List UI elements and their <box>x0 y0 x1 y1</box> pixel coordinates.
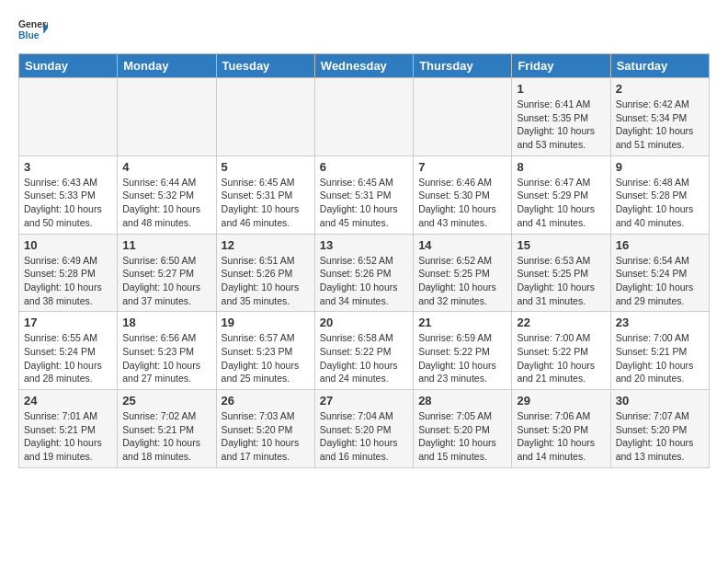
day-cell <box>314 78 413 156</box>
day-info: Sunrise: 6:57 AMSunset: 5:23 PMDaylight:… <box>222 331 310 385</box>
day-cell <box>118 78 216 156</box>
day-info: Sunrise: 6:41 AMSunset: 5:35 PMDaylight:… <box>517 98 605 152</box>
day-number: 3 <box>24 160 112 174</box>
day-cell: 24Sunrise: 7:01 AMSunset: 5:21 PMDayligh… <box>19 390 118 468</box>
day-info: Sunrise: 7:02 AMSunset: 5:21 PMDaylight:… <box>122 409 210 464</box>
day-info: Sunrise: 6:45 AMSunset: 5:31 PMDaylight:… <box>320 176 408 230</box>
day-number: 14 <box>418 238 506 252</box>
day-info: Sunrise: 6:59 AMSunset: 5:22 PMDaylight:… <box>418 331 506 385</box>
col-header-thursday: Thursday <box>414 54 512 78</box>
day-number: 21 <box>418 316 506 329</box>
day-info: Sunrise: 6:55 AMSunset: 5:24 PMDaylight:… <box>24 331 112 385</box>
day-number: 28 <box>418 394 506 408</box>
day-info: Sunrise: 7:07 AMSunset: 5:20 PMDaylight:… <box>616 409 704 464</box>
day-cell: 4Sunrise: 6:44 AMSunset: 5:32 PMDaylight… <box>118 155 216 234</box>
day-cell: 15Sunrise: 6:53 AMSunset: 5:25 PMDayligh… <box>512 234 610 312</box>
day-number: 12 <box>222 238 310 252</box>
day-info: Sunrise: 6:48 AMSunset: 5:28 PMDaylight:… <box>616 176 704 230</box>
day-number: 5 <box>222 160 310 174</box>
logo-icon: General Blue <box>18 15 48 44</box>
day-cell: 8Sunrise: 6:47 AMSunset: 5:29 PMDaylight… <box>512 155 610 234</box>
day-number: 24 <box>24 394 112 408</box>
day-info: Sunrise: 6:50 AMSunset: 5:27 PMDaylight:… <box>122 254 210 308</box>
day-number: 22 <box>517 316 605 329</box>
day-cell: 23Sunrise: 7:00 AMSunset: 5:21 PMDayligh… <box>610 312 709 390</box>
day-number: 8 <box>517 160 605 174</box>
col-header-tuesday: Tuesday <box>216 54 314 78</box>
day-cell: 16Sunrise: 6:54 AMSunset: 5:24 PMDayligh… <box>610 234 709 312</box>
day-cell: 10Sunrise: 6:49 AMSunset: 5:28 PMDayligh… <box>19 234 118 312</box>
col-header-wednesday: Wednesday <box>314 54 413 78</box>
day-info: Sunrise: 7:04 AMSunset: 5:20 PMDaylight:… <box>320 409 408 464</box>
day-cell: 26Sunrise: 7:03 AMSunset: 5:20 PMDayligh… <box>216 390 314 468</box>
day-cell: 9Sunrise: 6:48 AMSunset: 5:28 PMDaylight… <box>610 155 709 234</box>
day-number: 4 <box>122 160 210 174</box>
col-header-friday: Friday <box>512 54 610 78</box>
day-cell <box>414 78 512 156</box>
day-number: 23 <box>616 316 704 329</box>
day-cell: 17Sunrise: 6:55 AMSunset: 5:24 PMDayligh… <box>19 312 118 390</box>
day-number: 15 <box>517 238 605 252</box>
day-cell: 18Sunrise: 6:56 AMSunset: 5:23 PMDayligh… <box>118 312 216 390</box>
day-cell: 19Sunrise: 6:57 AMSunset: 5:23 PMDayligh… <box>216 312 314 390</box>
day-info: Sunrise: 6:56 AMSunset: 5:23 PMDaylight:… <box>122 331 210 385</box>
day-cell: 13Sunrise: 6:52 AMSunset: 5:26 PMDayligh… <box>314 234 413 312</box>
day-cell: 30Sunrise: 7:07 AMSunset: 5:20 PMDayligh… <box>610 390 709 468</box>
day-cell: 5Sunrise: 6:45 AMSunset: 5:31 PMDaylight… <box>216 155 314 234</box>
day-number: 29 <box>517 394 605 408</box>
day-number: 1 <box>517 82 605 96</box>
day-info: Sunrise: 6:58 AMSunset: 5:22 PMDaylight:… <box>320 331 408 385</box>
col-header-sunday: Sunday <box>19 54 118 78</box>
day-info: Sunrise: 6:52 AMSunset: 5:25 PMDaylight:… <box>418 254 506 308</box>
day-number: 7 <box>418 160 506 174</box>
week-row: 24Sunrise: 7:01 AMSunset: 5:21 PMDayligh… <box>19 390 710 468</box>
day-cell: 22Sunrise: 7:00 AMSunset: 5:22 PMDayligh… <box>512 312 610 390</box>
week-row: 17Sunrise: 6:55 AMSunset: 5:24 PMDayligh… <box>19 312 710 390</box>
day-number: 27 <box>320 394 408 408</box>
day-info: Sunrise: 6:42 AMSunset: 5:34 PMDaylight:… <box>616 98 704 152</box>
day-info: Sunrise: 6:54 AMSunset: 5:24 PMDaylight:… <box>616 254 704 308</box>
day-number: 2 <box>616 82 704 96</box>
day-cell <box>216 78 314 156</box>
day-number: 30 <box>616 394 704 408</box>
day-info: Sunrise: 6:53 AMSunset: 5:25 PMDaylight:… <box>517 254 605 308</box>
day-info: Sunrise: 6:46 AMSunset: 5:30 PMDaylight:… <box>418 176 506 230</box>
day-number: 19 <box>222 316 310 329</box>
day-cell: 7Sunrise: 6:46 AMSunset: 5:30 PMDaylight… <box>414 155 512 234</box>
week-row: 3Sunrise: 6:43 AMSunset: 5:33 PMDaylight… <box>19 155 710 234</box>
day-number: 26 <box>222 394 310 408</box>
svg-text:Blue: Blue <box>18 30 40 40</box>
day-cell: 28Sunrise: 7:05 AMSunset: 5:20 PMDayligh… <box>414 390 512 468</box>
day-number: 11 <box>122 238 210 252</box>
day-number: 9 <box>616 160 704 174</box>
day-number: 13 <box>320 238 408 252</box>
day-number: 17 <box>24 316 112 329</box>
day-info: Sunrise: 7:03 AMSunset: 5:20 PMDaylight:… <box>222 409 310 464</box>
day-cell: 21Sunrise: 6:59 AMSunset: 5:22 PMDayligh… <box>414 312 512 390</box>
day-number: 6 <box>320 160 408 174</box>
day-cell: 12Sunrise: 6:51 AMSunset: 5:26 PMDayligh… <box>216 234 314 312</box>
day-cell: 1Sunrise: 6:41 AMSunset: 5:35 PMDaylight… <box>512 78 610 156</box>
calendar-table: SundayMondayTuesdayWednesdayThursdayFrid… <box>18 53 710 468</box>
header-row: SundayMondayTuesdayWednesdayThursdayFrid… <box>19 54 710 78</box>
col-header-saturday: Saturday <box>610 54 709 78</box>
day-number: 20 <box>320 316 408 329</box>
week-row: 10Sunrise: 6:49 AMSunset: 5:28 PMDayligh… <box>19 234 710 312</box>
day-info: Sunrise: 6:47 AMSunset: 5:29 PMDaylight:… <box>517 176 605 230</box>
day-cell: 20Sunrise: 6:58 AMSunset: 5:22 PMDayligh… <box>314 312 413 390</box>
header: General Blue <box>18 15 710 44</box>
day-cell: 6Sunrise: 6:45 AMSunset: 5:31 PMDaylight… <box>314 155 413 234</box>
page: General Blue SundayMondayTuesdayWednesda… <box>0 0 728 477</box>
day-cell: 25Sunrise: 7:02 AMSunset: 5:21 PMDayligh… <box>118 390 216 468</box>
day-cell <box>19 78 118 156</box>
day-info: Sunrise: 6:51 AMSunset: 5:26 PMDaylight:… <box>222 254 310 308</box>
day-info: Sunrise: 6:45 AMSunset: 5:31 PMDaylight:… <box>222 176 310 230</box>
day-number: 10 <box>24 238 112 252</box>
logo: General Blue <box>18 15 50 44</box>
day-cell: 11Sunrise: 6:50 AMSunset: 5:27 PMDayligh… <box>118 234 216 312</box>
day-number: 25 <box>122 394 210 408</box>
day-info: Sunrise: 6:52 AMSunset: 5:26 PMDaylight:… <box>320 254 408 308</box>
day-cell: 27Sunrise: 7:04 AMSunset: 5:20 PMDayligh… <box>314 390 413 468</box>
day-info: Sunrise: 7:05 AMSunset: 5:20 PMDaylight:… <box>418 409 506 464</box>
day-info: Sunrise: 6:44 AMSunset: 5:32 PMDaylight:… <box>122 176 210 230</box>
